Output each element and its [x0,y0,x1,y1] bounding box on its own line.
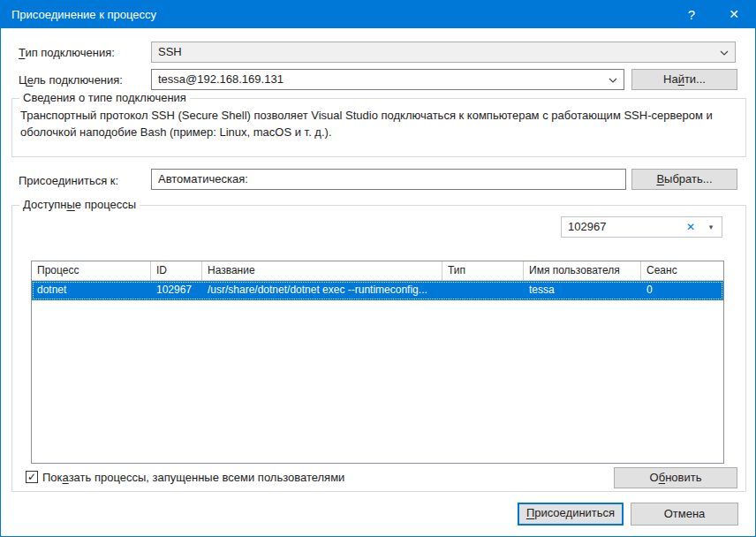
help-button[interactable]: ? [672,1,711,28]
attach-to-field[interactable]: Автоматическая: [151,169,626,190]
column-header-id[interactable]: ID [151,261,202,281]
cell-process: dotnet [32,281,151,300]
connection-target-value: tessa@192.168.169.131 [158,72,284,86]
info-text-line1: Транспортный протокол SSH (Secure Shell)… [20,109,737,122]
check-icon: ✓ [26,472,37,482]
filter-value: 102967 [568,220,606,233]
attach-to-process-dialog: Присоединение к процессу ? ✕ Тип подключ… [0,0,756,537]
attach-button[interactable]: Присоединиться [518,503,624,526]
title-bar[interactable]: Присоединение к процессу ? ✕ [1,1,755,28]
cell-title: /usr/share/dotnet/dotnet exec --runtimec… [202,281,442,300]
refresh-button[interactable]: Обновить [614,467,737,488]
connection-type-info-groupbox: Сведения о типе подключения Транспортный… [11,98,746,157]
column-header-username[interactable]: Имя пользователя [524,261,641,281]
cell-username: tessa [524,281,641,300]
cancel-button[interactable]: Отмена [631,503,738,526]
show-all-checkbox[interactable]: ✓ [26,471,38,483]
window-title: Присоединение к процессу [11,1,156,28]
clear-filter-icon[interactable]: ✕ [683,217,699,237]
connection-type-value: SSH [158,45,182,58]
cell-id: 102967 [151,281,202,300]
column-header-title[interactable]: Название [202,261,442,281]
filter-dropdown-icon[interactable]: ▾ [704,217,718,237]
connection-type-label: Тип подключения: [19,46,115,59]
chevron-down-icon[interactable] [609,78,617,83]
connection-target-combobox[interactable]: tessa@192.168.169.131 [151,69,624,90]
cell-type [442,281,524,300]
connection-target-label: Цель подключения: [19,73,123,87]
show-all-label: Показать процессы, запущенные всеми поль… [42,471,344,484]
groupbox-legend: Доступные процессы [19,198,140,211]
find-button[interactable]: Найти... [631,69,737,90]
table-row[interactable]: dotnet 102967 /usr/share/dotnet/dotnet e… [32,281,723,300]
select-button[interactable]: Выбрать... [631,169,737,190]
help-icon: ? [688,7,695,22]
attach-to-label: Присоединиться к: [19,174,118,187]
column-header-process[interactable]: Процесс [32,261,151,281]
column-header-type[interactable]: Тип [442,261,524,281]
chevron-down-icon[interactable] [720,50,729,56]
table-header-row: Процесс ID Название Тип Имя пользователя… [32,261,723,281]
close-icon: ✕ [729,7,739,21]
info-text-line2: оболочкой наподобие Bash (пример: Linux,… [20,125,737,139]
process-filter-input[interactable]: 102967 ✕ ▾ [561,216,722,238]
groupbox-legend: Сведения о типе подключения [19,91,190,104]
connection-type-combobox[interactable]: SSH [151,42,736,63]
available-processes-groupbox: Доступные процессы 102967 ✕ ▾ Процесс ID… [11,205,746,492]
close-button[interactable]: ✕ [714,1,753,28]
column-header-session[interactable]: Сеанс [641,261,723,281]
attach-to-value: Автоматическая: [158,172,248,185]
process-table: Процесс ID Название Тип Имя пользователя… [31,261,724,464]
cell-session: 0 [641,281,723,300]
